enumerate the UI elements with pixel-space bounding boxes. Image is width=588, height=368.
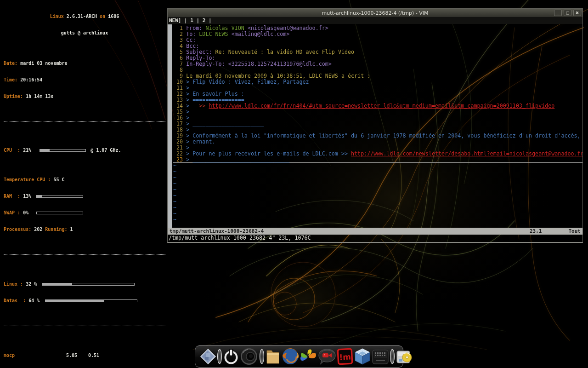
text-segment: > ______________________ xyxy=(186,121,264,127)
time-row: Time: 20:16:54 xyxy=(4,77,165,83)
window-title: mutt-archlinux-1000-23682-4 (/tmp) - VIM xyxy=(168,10,582,16)
firefox-icon[interactable] xyxy=(281,346,300,367)
disc-drive-icon[interactable] xyxy=(395,346,413,367)
text-segment: <mailing@ldlc.com> xyxy=(232,31,290,37)
vim-buffer-tabbar[interactable]: NEW] | 1 | 2 | xyxy=(168,17,582,24)
ram-row: RAM : 13% xyxy=(4,194,165,199)
vim-buffer-lines: 1 From: Nicolas VION <nicolasgeant@wanad… xyxy=(173,25,582,228)
vim-tilde-line: ~ xyxy=(173,163,582,169)
vim-line: 3 Cc: xyxy=(173,37,582,43)
vim-line: 10 > Flip Vidéo : Vivez, Filmez, Partage… xyxy=(173,79,582,85)
swap-bar xyxy=(36,212,83,214)
close-button[interactable]: ✖ xyxy=(573,10,581,16)
vim-statusline: tmp/mutt-archlinux-1000-23682-4 23,1 Tou… xyxy=(168,228,582,235)
speaker-icon[interactable] xyxy=(240,346,259,367)
diamond-app-icon[interactable] xyxy=(199,346,217,367)
text-segment: Re: Nouveauté : la vidéo HD avec Flip Vi… xyxy=(215,49,355,55)
process-row: Processus: 202 Running: 1 xyxy=(4,227,165,232)
fs-datas-row: Datas : 64 % xyxy=(4,298,165,304)
vim-tilde-fill: ~~~~~~~~~~ xyxy=(173,163,582,223)
text-segment: 6 xyxy=(173,55,186,61)
vim-text-area[interactable]: 1 From: Nicolas VION <nicolasgeant@wanad… xyxy=(168,24,582,228)
power-icon[interactable] xyxy=(222,346,240,367)
text-segment: 22 xyxy=(173,150,186,157)
text-segment: Bcc: xyxy=(186,43,199,49)
text-segment: In-Reply-To: xyxy=(186,61,228,67)
text-segment: > xyxy=(186,144,189,151)
vim-tilde-line: ~ xyxy=(173,217,582,223)
text-segment: 5 xyxy=(173,49,186,55)
vim-cursor-line: 23 > ______________________________ xyxy=(173,157,582,163)
vim-line: 15 > xyxy=(173,109,582,115)
folder-icon[interactable] xyxy=(265,346,281,367)
swap-row: SWAP : 0% xyxy=(4,210,165,216)
text-segment: 19 xyxy=(173,132,186,139)
text-segment: > ================ xyxy=(186,97,244,103)
fs-root-bar xyxy=(42,283,135,286)
minimize-button[interactable]: _ xyxy=(554,10,562,16)
text-segment: 12 xyxy=(173,91,186,97)
vim-command-line[interactable]: /tmp/mutt-archlinux-1000-23682-4" 23L, 1… xyxy=(168,235,582,242)
text-segment: 20 xyxy=(173,138,186,145)
keyboard-terminal-icon[interactable] xyxy=(371,346,390,367)
text-segment: > xyxy=(186,126,189,133)
vim-tilde-line: ~ xyxy=(173,169,582,175)
separator xyxy=(4,326,165,326)
text-segment: > xyxy=(186,103,192,109)
text-segment: 21 xyxy=(173,144,186,151)
text-segment: LDLC NEWS xyxy=(199,31,231,37)
cpu-row: CPU : 21%@ 1.07 GHz. xyxy=(4,148,165,153)
vim-tilde-line: ~ xyxy=(173,181,582,187)
statusline-scroll-position: Tout xyxy=(569,228,581,235)
vim-line: 20 > ernant. xyxy=(173,139,582,145)
vim-line: 14 > >> http://www.ldlc.com/fr/fr/n404/#… xyxy=(173,103,582,109)
text-segment: 8 xyxy=(173,67,186,73)
vim-tilde-line: ~ xyxy=(173,199,582,205)
cpu-bar xyxy=(40,149,86,152)
text-segment: > xyxy=(186,85,189,91)
text-segment: Subject: xyxy=(186,49,215,55)
virtualbox-icon[interactable] xyxy=(354,346,371,367)
text-segment: 4 xyxy=(173,43,186,49)
statusline-filename: tmp/mutt-archlinux-1000-23682-4 xyxy=(170,228,530,235)
separator xyxy=(4,121,165,122)
vim-tilde-line: ~ xyxy=(173,187,582,193)
text-segment: > xyxy=(186,115,189,121)
text-segment: 2 xyxy=(173,31,186,37)
svg-text:!m: !m xyxy=(339,352,351,362)
vim-line: 2 To: LDLC NEWS <mailing@ldlc.com> xyxy=(173,31,582,37)
text-segment: > Flip Vidéo : Vivez, Filmez, Partagez xyxy=(186,79,309,85)
text-segment: 14 xyxy=(173,103,186,109)
user-host: gutts @ archlinux xyxy=(4,30,165,36)
text-segment: > En savoir Plus : xyxy=(186,91,244,97)
webcam-chat-icon[interactable] xyxy=(318,346,336,367)
fs-root-row: Linux : 32 % xyxy=(4,282,165,287)
capsule-separator-icon xyxy=(390,346,395,367)
text-segment: 9 xyxy=(173,73,186,79)
text-segment: 15 xyxy=(173,109,186,115)
os-header: Linux 2.6.31-ARCH on i686 xyxy=(4,14,165,19)
uptime-row: Uptime: 1h 14m 13s xyxy=(4,94,165,99)
vim-tilde-line: ~ xyxy=(173,175,582,181)
text-segment: http://www.ldlc.com/fr/fr/n404/#utm_sour… xyxy=(209,103,554,109)
statusline-cursor-position: 23,1 xyxy=(530,228,542,235)
im-red-icon[interactable]: !m xyxy=(336,346,354,367)
text-segment: 17 xyxy=(173,121,186,127)
text-segment: 23 xyxy=(173,156,186,163)
text-segment: > Pour ne plus recevoir les e-mails de L… xyxy=(186,150,351,157)
text-segment: 3 xyxy=(173,37,186,43)
vim-scrollbar[interactable] xyxy=(168,24,172,228)
text-segment: > ernant. xyxy=(186,138,215,145)
vim-tilde-line: ~ xyxy=(173,193,582,199)
window-titlebar[interactable]: mutt-archlinux-1000-23682-4 (/tmp) - VIM… xyxy=(168,9,582,17)
maximize-button[interactable]: ◻ xyxy=(564,10,571,16)
cpu-temp-row: Temperature CPU : 55 C xyxy=(4,177,165,183)
capsule-separator-icon xyxy=(259,346,265,367)
vim-line: 17 > ______________________ xyxy=(173,121,582,127)
vim-window: mutt-archlinux-1000-23682-4 (/tmp) - VIM… xyxy=(167,8,583,243)
text-segment: http://www.ldlc.com/newsletter/desabo.ht… xyxy=(351,150,582,157)
text-segment: 13 xyxy=(173,97,186,103)
msn-butterfly-icon[interactable] xyxy=(300,346,318,367)
text-segment: > Conformément à la loi "informatique et… xyxy=(186,132,582,139)
text-segment: Cc: xyxy=(186,37,196,43)
